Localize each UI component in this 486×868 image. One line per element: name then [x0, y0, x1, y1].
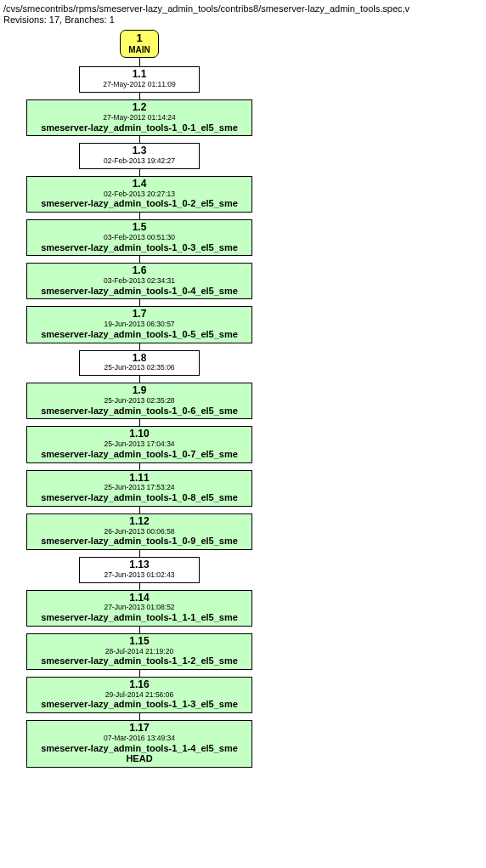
revision-version: 1.16	[32, 679, 246, 691]
revision-tag: smeserver-lazy_admin_tools-1_0-2_el5_sme	[32, 198, 246, 209]
revision-date: 25-Jun-2013 17:04:34	[32, 440, 246, 449]
revision-node: 1.1427-Jun-2013 01:08:52smeserver-lazy_a…	[26, 590, 252, 627]
revision-tag: smeserver-lazy_admin_tools-1_0-6_el5_sme	[32, 406, 246, 417]
revision-version: 1.13	[85, 559, 194, 571]
revision-tag: smeserver-lazy_admin_tools-1_0-4_el5_sme	[32, 286, 246, 297]
revision-date: 03-Feb-2013 02:34:31	[32, 277, 246, 286]
revision-version: 1.4	[32, 179, 246, 190]
connector	[139, 299, 140, 306]
branch-node: 1 MAIN	[120, 30, 159, 58]
branch-label: MAIN	[128, 45, 150, 55]
revision-node: 1.1707-Mar-2016 13:49:34smeserver-lazy_a…	[26, 720, 252, 768]
connector	[139, 58, 140, 66]
revision-node: 1.1125-Jun-2013 17:53:24smeserver-lazy_a…	[26, 470, 252, 507]
revision-node: 1.1629-Jul-2014 21:56:06smeserver-lazy_a…	[26, 677, 252, 713]
revision-node: 1.1025-Jun-2013 17:04:34smeserver-lazy_a…	[26, 426, 252, 462]
connector	[139, 463, 140, 470]
connector	[139, 136, 140, 143]
revision-date: 07-Mar-2016 13:49:34	[32, 735, 246, 743]
revision-tag: smeserver-lazy_admin_tools-1_0-5_el5_sme	[32, 329, 246, 340]
revision-date: 29-Jul-2014 21:56:06	[32, 691, 246, 700]
revision-version: 1.14	[32, 593, 246, 604]
revision-date: 28-Jul-2014 21:19:20	[32, 648, 246, 656]
revision-tag: smeserver-lazy_admin_tools-1_0-9_el5_sme	[32, 536, 246, 547]
revision-node: 1.127-May-2012 01:11:09	[79, 66, 200, 93]
connector	[139, 583, 140, 590]
revision-date: 19-Jun-2013 06:30:57	[32, 321, 246, 329]
revision-version: 1.2	[32, 102, 246, 114]
revision-version: 1.8	[85, 353, 194, 365]
connector	[139, 93, 140, 99]
connector	[139, 376, 140, 383]
revision-date: 02-Feb-2013 20:27:13	[32, 190, 246, 199]
revision-node: 1.1528-Jul-2014 21:19:20smeserver-lazy_a…	[26, 633, 252, 670]
branch-number: 1	[128, 32, 150, 45]
revision-tag: smeserver-lazy_admin_tools-1_0-7_el5_sme	[32, 449, 246, 460]
connector	[139, 507, 140, 513]
file-path: /cvs/smecontribs/rpms/smeserver-lazy_adm…	[3, 3, 486, 14]
connector	[139, 213, 140, 219]
revision-node: 1.825-Jun-2013 02:35:06	[79, 350, 200, 377]
revision-date: 27-May-2012 01:11:09	[85, 81, 194, 89]
connector	[139, 670, 140, 677]
revision-tag: smeserver-lazy_admin_tools-1_1-4_el5_sme	[32, 743, 246, 754]
revision-tag: smeserver-lazy_admin_tools-1_0-1_el5_sme	[32, 122, 246, 133]
revision-tag: smeserver-lazy_admin_tools-1_1-2_el5_sme	[32, 655, 246, 667]
revision-version: 1.12	[32, 516, 246, 528]
revision-node: 1.302-Feb-2013 19:42:27	[79, 143, 200, 169]
revision-date: 26-Jun-2013 00:06:58	[32, 528, 246, 536]
revision-summary: Revisions: 17, Branches: 1	[3, 14, 486, 25]
revision-node: 1.719-Jun-2013 06:30:57smeserver-lazy_ad…	[26, 306, 252, 343]
revision-date: 27-May-2012 01:14:24	[32, 114, 246, 122]
revision-version: 1.7	[32, 309, 246, 321]
connector	[139, 343, 140, 350]
connector	[139, 550, 140, 557]
revision-version: 1.17	[32, 723, 246, 735]
revision-node: 1.1327-Jun-2013 01:02:43	[79, 557, 200, 583]
revision-version: 1.1	[85, 69, 194, 81]
revision-date: 25-Jun-2013 17:53:24	[32, 484, 246, 492]
connector	[139, 713, 140, 720]
revision-version: 1.6	[32, 265, 246, 277]
connector	[139, 169, 140, 176]
revision-tag: smeserver-lazy_admin_tools-1_1-3_el5_sme	[32, 699, 246, 710]
revision-date: 27-Jun-2013 01:08:52	[32, 604, 246, 612]
revision-version: 1.11	[32, 473, 246, 485]
connector	[139, 256, 140, 263]
revision-version: 1.15	[32, 636, 246, 648]
revision-head-label: HEAD	[32, 753, 246, 764]
revision-node: 1.503-Feb-2013 00:51:30smeserver-lazy_ad…	[26, 219, 252, 256]
revision-version: 1.3	[85, 145, 194, 157]
revision-node: 1.227-May-2012 01:14:24smeserver-lazy_ad…	[26, 99, 252, 136]
revision-date: 25-Jun-2013 02:35:06	[85, 364, 194, 372]
revision-version: 1.10	[32, 428, 246, 440]
revision-tag: smeserver-lazy_admin_tools-1_0-8_el5_sme	[32, 492, 246, 503]
revision-date: 02-Feb-2013 19:42:27	[85, 157, 194, 166]
revision-tag: smeserver-lazy_admin_tools-1_0-3_el5_sme	[32, 242, 246, 253]
revision-tag: smeserver-lazy_admin_tools-1_1-1_el5_sme	[32, 612, 246, 623]
revision-node: 1.603-Feb-2013 02:34:31smeserver-lazy_ad…	[26, 263, 252, 299]
revision-version: 1.9	[32, 385, 246, 397]
revision-tree: 1 MAIN 1.127-May-2012 01:11:091.227-May-…	[3, 30, 275, 768]
connector	[139, 627, 140, 633]
revision-date: 03-Feb-2013 00:51:30	[32, 234, 246, 242]
connector	[139, 419, 140, 426]
revision-version: 1.5	[32, 222, 246, 234]
revision-node: 1.402-Feb-2013 20:27:13smeserver-lazy_ad…	[26, 176, 252, 213]
revision-node: 1.925-Jun-2013 02:35:28smeserver-lazy_ad…	[26, 383, 252, 419]
revision-date: 25-Jun-2013 02:35:28	[32, 397, 246, 406]
revision-date: 27-Jun-2013 01:02:43	[85, 571, 194, 580]
revision-node: 1.1226-Jun-2013 00:06:58smeserver-lazy_a…	[26, 513, 252, 550]
